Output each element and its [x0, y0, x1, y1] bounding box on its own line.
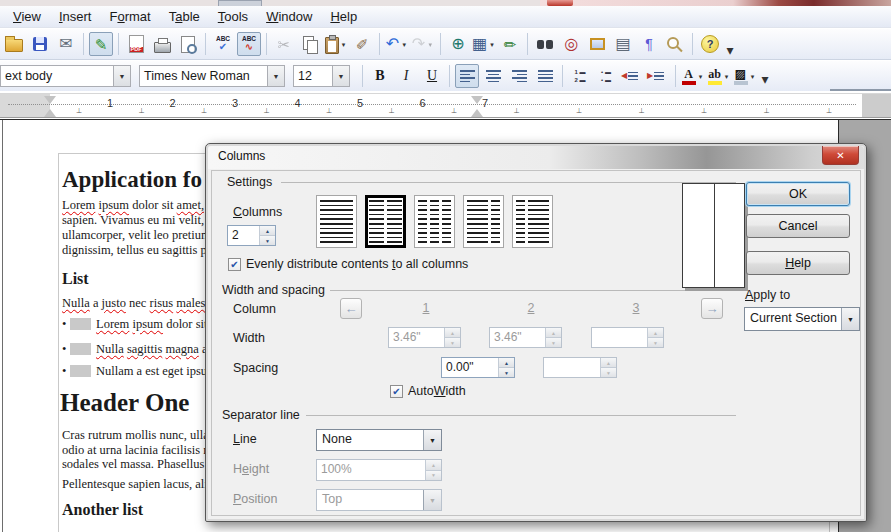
cancel-button[interactable]: Cancel: [746, 214, 850, 238]
chevron-down-icon[interactable]: ▼: [267, 66, 284, 86]
width-field-1: 3.46" ▲▼: [388, 327, 461, 348]
decrease-indent-icon[interactable]: ◀: [620, 64, 644, 88]
save-icon[interactable]: [28, 32, 52, 56]
font-name-combobox[interactable]: Times New Roman ▼: [139, 65, 285, 87]
ok-button[interactable]: OK: [746, 182, 850, 206]
export-pdf-icon[interactable]: PDF: [124, 32, 148, 56]
paste-icon[interactable]: ▾: [324, 32, 348, 56]
bold-icon[interactable]: B: [368, 64, 392, 88]
spin-up-icon[interactable]: ▲: [260, 226, 275, 236]
chevron-down-icon[interactable]: ▾: [749, 73, 757, 80]
spacing-field-1[interactable]: 0.00" ▲▼: [441, 357, 515, 378]
open-icon[interactable]: [2, 32, 26, 56]
spellcheck-icon[interactable]: ABC✔: [211, 32, 235, 56]
menu-table[interactable]: Table: [160, 7, 209, 26]
chevron-down-icon[interactable]: ▼: [841, 308, 859, 330]
page-preview-icon[interactable]: [176, 32, 200, 56]
spin-up-icon: ▲: [426, 460, 441, 471]
help-button[interactable]: Help: [746, 251, 850, 275]
table-icon[interactable]: ▦▾: [472, 32, 496, 56]
apply-to-label: Apply to: [745, 288, 790, 302]
next-column-icon[interactable]: →: [701, 298, 723, 319]
italic-icon[interactable]: I: [394, 64, 418, 88]
gallery-icon[interactable]: [585, 32, 609, 56]
formatting-marks-icon[interactable]: ¶: [637, 32, 661, 56]
copy-icon[interactable]: [298, 32, 322, 56]
help-icon[interactable]: ?: [698, 32, 722, 56]
ruler-number: 2: [170, 97, 176, 109]
background-color-icon[interactable]: ▨▾: [733, 64, 757, 88]
preset-left[interactable]: [463, 195, 504, 248]
format-paintbrush-icon[interactable]: ✐: [350, 32, 374, 56]
font-color-icon[interactable]: A▾: [681, 64, 705, 88]
spin-down-icon[interactable]: ▼: [499, 368, 514, 377]
menu-window[interactable]: Window: [257, 7, 321, 26]
line-label: Line: [233, 432, 257, 446]
align-center-icon[interactable]: [481, 64, 505, 88]
zoom-icon[interactable]: [663, 32, 687, 56]
font-size-combobox[interactable]: 12 ▼: [293, 65, 350, 87]
position-value: Top: [317, 490, 423, 510]
menu-insert[interactable]: Insert: [50, 7, 101, 26]
chevron-down-icon[interactable]: ▾: [697, 73, 705, 80]
menu-view[interactable]: View: [4, 7, 50, 26]
menu-help[interactable]: Help: [321, 7, 366, 26]
evenly-distribute-checkbox[interactable]: ✔: [228, 258, 241, 271]
ruler-number: 3: [232, 97, 238, 109]
print-icon[interactable]: [150, 32, 174, 56]
preset-one-column[interactable]: [316, 195, 357, 248]
preset-right[interactable]: [512, 195, 553, 248]
page-left-border: [2, 120, 3, 532]
edit-file-icon[interactable]: ✎: [89, 32, 113, 56]
menu-format[interactable]: Format: [100, 7, 159, 26]
doc-paragraph-line: Cras rutrum mollis nunc, ullar: [62, 428, 213, 443]
preset-three-columns[interactable]: [414, 195, 455, 248]
columns-count-spinner[interactable]: 2 ▲▼: [227, 225, 276, 246]
highlighting-icon[interactable]: ab▾: [707, 64, 731, 88]
chevron-down-icon[interactable]: ▾: [723, 73, 731, 80]
auto-spellcheck-icon[interactable]: ABC∿: [237, 32, 261, 56]
ruler-half-tick: ⊥: [576, 107, 582, 115]
toolbar-overflow-icon[interactable]: ▾: [724, 43, 736, 57]
previous-column-icon[interactable]: ←: [340, 298, 362, 319]
undo-icon[interactable]: ↶▾: [385, 32, 409, 56]
evenly-distribute-label: Evenly distribute contents to all column…: [246, 257, 468, 271]
draw-functions-icon[interactable]: ✏: [498, 32, 522, 56]
numbering-on-off-icon[interactable]: 1 ▬2 ▬: [568, 64, 592, 88]
toolbar-separator: [527, 33, 528, 55]
apply-to-dropdown[interactable]: Current Section ▼: [744, 307, 860, 331]
chevron-down-icon[interactable]: ▾: [400, 41, 408, 48]
toolbar-overflow-icon[interactable]: ▾: [759, 72, 771, 86]
chevron-down-icon[interactable]: ▾: [488, 41, 496, 48]
increase-indent-icon[interactable]: ▶: [646, 64, 670, 88]
bullets-on-off-icon[interactable]: • ▬• ▬: [594, 64, 618, 88]
underline-icon[interactable]: U: [420, 64, 444, 88]
data-sources-icon[interactable]: ▤: [611, 32, 635, 56]
find-replace-icon[interactable]: [533, 32, 557, 56]
spin-down-icon[interactable]: ▼: [260, 236, 275, 245]
spacing-value-2: [544, 358, 600, 377]
chevron-down-icon[interactable]: ▼: [113, 66, 130, 86]
menu-tools[interactable]: Tools: [209, 7, 257, 26]
spin-up-icon[interactable]: ▲: [499, 358, 514, 368]
navigator-icon[interactable]: ◎: [559, 32, 583, 56]
chevron-down-icon[interactable]: ▼: [423, 430, 441, 450]
chevron-down-icon[interactable]: ▼: [332, 66, 349, 86]
gray-highlight-placeholder: [70, 365, 91, 377]
hyperlink-icon[interactable]: ⊕: [446, 32, 470, 56]
chevron-down-icon[interactable]: ▾: [340, 41, 348, 48]
paragraph-style-combobox[interactable]: ext body ▼: [0, 65, 131, 87]
close-icon[interactable]: ✕: [822, 146, 859, 165]
indent-marker-right[interactable]: [471, 96, 484, 117]
preset-two-columns[interactable]: [365, 195, 406, 248]
dialog-titlebar[interactable]: [208, 146, 864, 169]
chevron-down-icon[interactable]: ▾: [426, 41, 434, 48]
indent-marker-left[interactable]: [44, 96, 57, 117]
align-left-icon[interactable]: [455, 64, 479, 88]
doc-heading-header-one: Header One: [60, 389, 189, 417]
email-icon[interactable]: ✉: [54, 32, 78, 56]
justified-icon[interactable]: [533, 64, 557, 88]
autowidth-checkbox[interactable]: ✔: [390, 385, 403, 398]
line-style-dropdown[interactable]: None ▼: [316, 429, 442, 451]
align-right-icon[interactable]: [507, 64, 531, 88]
